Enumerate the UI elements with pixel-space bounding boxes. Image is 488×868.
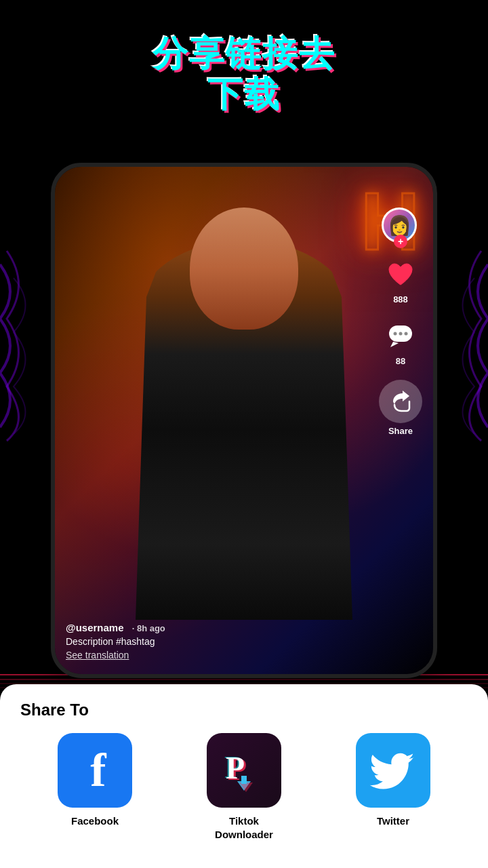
username-line: @username · 8h ago [66,622,379,633]
video-description: Description #hashtag [66,636,379,647]
twitter-app-icon [356,733,430,808]
video-info: @username · 8h ago Description #hashtag … [66,622,379,660]
share-to-title: Share To [20,701,468,719]
comment-count: 88 [396,356,405,366]
head-silhouette [190,208,298,330]
avatar-container[interactable]: 👩 + [382,208,420,243]
like-button[interactable]: 888 [383,256,418,304]
comment-icon [383,318,418,353]
svg-rect-13 [241,776,247,784]
svg-point-7 [405,332,408,336]
svg-point-5 [394,332,397,336]
header-title: 分享链接去 下载 [0,34,488,115]
like-count: 888 [393,294,408,304]
share-sheet: Share To f Facebook P P [0,684,488,868]
facebook-f-letter: f [90,747,106,794]
twitter-app-name: Twitter [377,814,409,828]
downloader-logo: P P P [217,743,271,797]
follow-button[interactable]: + [394,235,407,248]
share-apps-row: f Facebook P P P [20,733,468,841]
share-app-downloader[interactable]: P P P TiktokDownloader [193,733,295,841]
facebook-app-name: Facebook [71,814,119,828]
facebook-app-icon: f [58,733,132,808]
username: @username [66,622,124,633]
svg-marker-12 [239,783,253,792]
share-icon [379,380,422,423]
header-title-line2: 下载 [0,75,488,115]
heart-icon [383,256,418,292]
deco-wave-right [441,237,488,454]
phone-screen: H 👩 + [55,167,433,674]
plus-icon: + [398,237,403,246]
header-title-line1: 分享链接去 [0,34,488,75]
share-button[interactable]: Share [379,380,422,436]
share-app-twitter[interactable]: Twitter [342,733,444,828]
downloader-app-icon: P P P [207,733,281,808]
time-ago: · 8h ago [132,623,165,633]
svg-point-6 [399,332,403,336]
share-app-facebook[interactable]: f Facebook [44,733,146,828]
share-label: Share [388,426,413,436]
downloader-app-name: TiktokDownloader [215,814,273,841]
see-translation-link[interactable]: See translation [66,650,379,660]
deco-wave-left [0,237,47,454]
comment-button[interactable]: 88 [383,318,418,366]
side-actions: 👩 + 888 [379,208,422,436]
phone-mockup: H 👩 + [51,163,437,678]
